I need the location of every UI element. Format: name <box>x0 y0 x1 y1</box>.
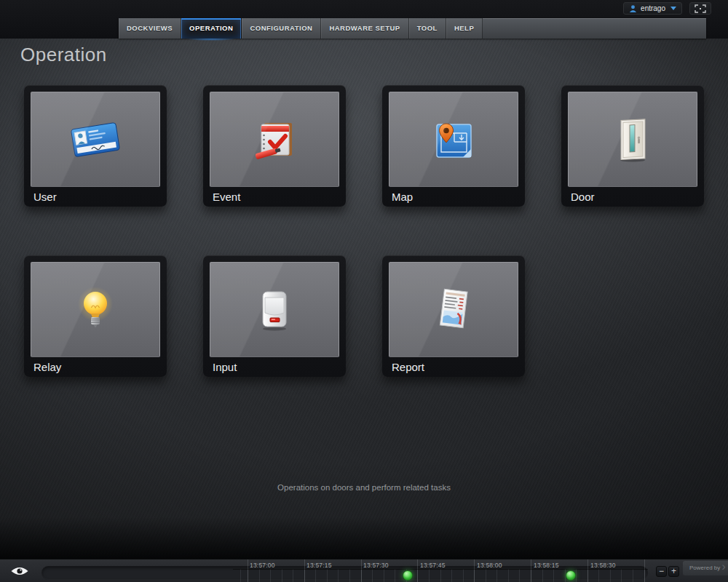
powered-by-label: Powered by <box>689 565 720 571</box>
tab-operation[interactable]: OPERATION <box>181 18 242 39</box>
tile-screen <box>389 92 518 187</box>
id-card-icon <box>68 120 123 159</box>
main-tab-bar: DOCKVIEWS OPERATION CONFIGURATION HARDWA… <box>119 18 706 39</box>
tab-help[interactable]: HELP <box>446 18 483 39</box>
tile-label: Map <box>389 187 518 207</box>
fullscreen-capture-icon <box>695 4 706 13</box>
chevron-right-icon: › <box>721 559 726 574</box>
tile-event[interactable]: Event <box>203 85 346 207</box>
tile-map[interactable]: Map <box>382 85 525 207</box>
person-icon <box>629 4 637 13</box>
tile-label: Input <box>210 357 339 377</box>
fullscreen-capture-button[interactable] <box>689 2 711 15</box>
tile-label: Door <box>568 187 697 207</box>
light-bulb-icon <box>72 286 119 334</box>
tile-label: Event <box>210 187 339 207</box>
event-notepad-icon <box>251 116 298 163</box>
timeline-zoom-out-button[interactable]: − <box>656 566 667 577</box>
event-marker-dot[interactable] <box>566 570 576 581</box>
motion-sensor-icon <box>256 287 293 332</box>
tile-screen <box>210 262 339 357</box>
page-title: Operation <box>20 44 107 66</box>
tile-report[interactable]: Report <box>382 255 525 377</box>
page-description: Operations on doors and perform related … <box>0 483 728 492</box>
tile-screen <box>568 92 697 187</box>
door-icon <box>615 115 650 164</box>
timeline-track[interactable] <box>41 566 648 580</box>
tile-input[interactable]: Input <box>203 255 346 377</box>
tile-screen <box>210 92 339 187</box>
tile-door[interactable]: Door <box>561 85 704 207</box>
powered-by-badge: Powered by › <box>683 561 728 575</box>
user-menu-button[interactable]: entrago <box>623 2 682 15</box>
tab-configuration[interactable]: CONFIGURATION <box>242 18 321 39</box>
tab-tool[interactable]: TOOL <box>409 18 446 39</box>
timeline-zoom-in-button[interactable]: + <box>668 566 679 577</box>
tab-hardware-setup[interactable]: HARDWARE SETUP <box>321 18 408 39</box>
timeline-bar: 13:57:00 13:57:15 13:57:30 13:57:45 13:5… <box>0 559 728 582</box>
tile-label: Report <box>389 357 518 377</box>
report-document-icon <box>433 286 474 334</box>
tile-grid: User <box>24 85 704 377</box>
floorplan-map-icon <box>432 118 475 162</box>
tab-dockviews[interactable]: DOCKVIEWS <box>119 18 181 39</box>
tile-relay[interactable]: Relay <box>24 255 167 377</box>
tile-user[interactable]: User <box>24 85 167 207</box>
eye-icon[interactable] <box>10 566 29 576</box>
tile-label: User <box>31 187 160 207</box>
event-marker-dot[interactable] <box>403 570 413 581</box>
header-bar: DOCKVIEWS OPERATION CONFIGURATION HARDWA… <box>0 0 728 39</box>
user-menu-label: entrago <box>641 4 665 12</box>
tile-label: Relay <box>31 357 160 377</box>
tile-screen <box>31 262 160 357</box>
tile-screen <box>31 92 160 187</box>
chevron-down-icon <box>670 7 676 10</box>
tile-screen <box>389 262 518 357</box>
